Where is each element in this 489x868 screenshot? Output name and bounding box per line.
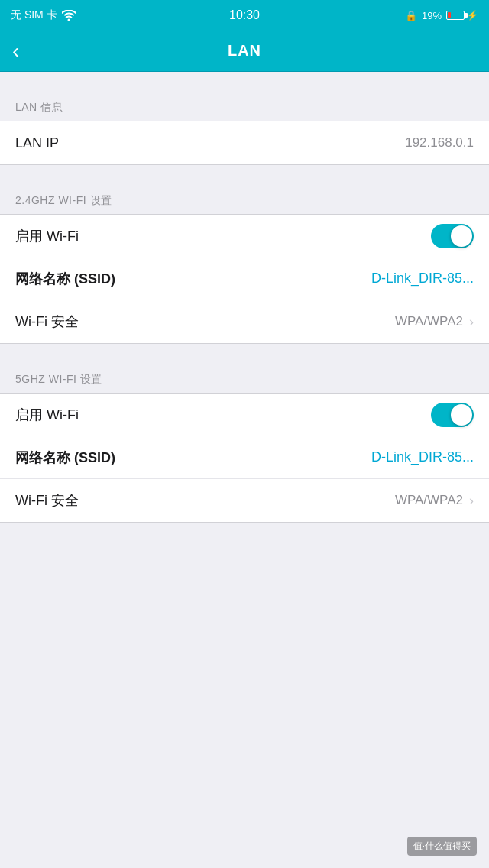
status-time: 10:30	[229, 8, 260, 22]
spacer-24	[0, 165, 489, 182]
wifi-5-security-value: WPA/WPA2 ›	[395, 493, 474, 509]
wifi-5-ssid-value: D-Link_DIR-85...	[371, 449, 474, 465]
wifi-5-ssid-label: 网络名称 (SSID)	[15, 449, 115, 467]
wifi-24-ssid-row[interactable]: 网络名称 (SSID) D-Link_DIR-85...	[0, 257, 489, 300]
wifi-5-security-row[interactable]: Wi-Fi 安全 WPA/WPA2 ›	[0, 479, 489, 522]
chevron-icon-5: ›	[469, 493, 474, 509]
lan-info-card: LAN IP 192.168.0.1	[0, 121, 489, 165]
content-area: LAN 信息 LAN IP 192.168.0.1 2.4GHZ WI-FI 设…	[0, 72, 489, 568]
wifi-24-card: 启用 Wi-Fi 网络名称 (SSID) D-Link_DIR-85... Wi…	[0, 214, 489, 344]
wifi-24-enable-row[interactable]: 启用 Wi-Fi	[0, 215, 489, 257]
lan-ip-label: LAN IP	[15, 135, 59, 151]
spacer-bottom	[0, 523, 489, 568]
spacer-top	[0, 72, 489, 89]
battery-body	[446, 11, 465, 20]
section-header-lan: LAN 信息	[0, 89, 489, 121]
wifi-5-toggle-knob	[451, 404, 472, 426]
wifi-5-card: 启用 Wi-Fi 网络名称 (SSID) D-Link_DIR-85... Wi…	[0, 393, 489, 523]
section-header-24ghz: 2.4GHZ WI-FI 设置	[0, 182, 489, 214]
page-title: LAN	[228, 42, 261, 60]
lock-icon: 🔒	[405, 10, 417, 21]
wifi-5-toggle[interactable]	[431, 403, 474, 427]
battery-fill	[448, 12, 451, 18]
wifi-24-toggle-knob	[451, 225, 472, 247]
battery-percent: 19%	[422, 10, 442, 21]
watermark: 值·什么值得买	[407, 837, 477, 856]
back-button[interactable]: ‹	[12, 40, 19, 62]
wifi-24-enable-label: 启用 Wi-Fi	[15, 227, 79, 245]
wifi-5-ssid-row[interactable]: 网络名称 (SSID) D-Link_DIR-85...	[0, 436, 489, 479]
nav-bar: ‹ LAN	[0, 31, 489, 72]
wifi-24-security-label: Wi-Fi 安全	[15, 313, 79, 331]
lan-ip-value: 192.168.0.1	[405, 135, 474, 151]
carrier-label: 无 SIM 卡	[11, 8, 57, 22]
status-right: 🔒 19% ⚡	[405, 10, 478, 21]
chevron-icon-24: ›	[469, 314, 474, 330]
status-bar: 无 SIM 卡 10:30 🔒 19% ⚡	[0, 0, 489, 31]
spacer-5	[0, 344, 489, 361]
lan-ip-row[interactable]: LAN IP 192.168.0.1	[0, 121, 489, 164]
wifi-5-security-label: Wi-Fi 安全	[15, 491, 79, 510]
wifi-5-enable-row[interactable]: 启用 Wi-Fi	[0, 394, 489, 436]
wifi-24-security-value: WPA/WPA2 ›	[395, 314, 474, 330]
wifi-24-ssid-label: 网络名称 (SSID)	[15, 270, 115, 288]
battery-indicator: ⚡	[446, 10, 478, 21]
status-left: 无 SIM 卡	[11, 8, 76, 22]
charging-icon: ⚡	[467, 10, 478, 21]
wifi-5-enable-label: 启用 Wi-Fi	[15, 406, 79, 424]
wifi-24-toggle[interactable]	[431, 224, 474, 248]
wifi-24-ssid-value: D-Link_DIR-85...	[371, 270, 474, 287]
wifi-icon	[62, 10, 76, 21]
wifi-24-security-row[interactable]: Wi-Fi 安全 WPA/WPA2 ›	[0, 300, 489, 343]
section-header-5ghz: 5GHZ WI-FI 设置	[0, 361, 489, 393]
